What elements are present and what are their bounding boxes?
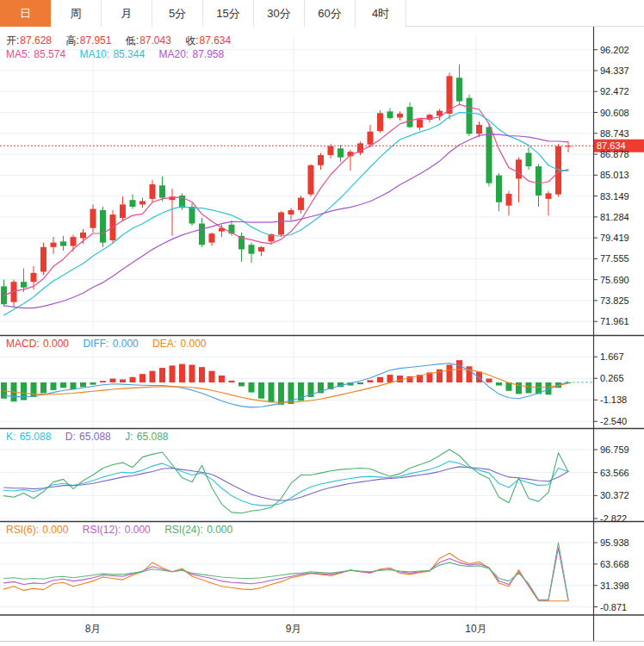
svg-text:-2.822: -2.822 xyxy=(600,513,627,524)
ma20-value: MA20: 87.958 xyxy=(158,48,224,60)
svg-text:-1.138: -1.138 xyxy=(600,394,627,405)
rsi24-value: RSI(24): 0.000 xyxy=(164,524,232,536)
svg-text:96.759: 96.759 xyxy=(600,444,629,455)
rsi-legend: RSI(6): 0.000 RSI(12): 0.000 RSI(24): 0.… xyxy=(6,524,244,536)
svg-text:75.690: 75.690 xyxy=(600,275,629,285)
svg-text:83.149: 83.149 xyxy=(600,191,629,202)
rsi24-line xyxy=(4,543,569,599)
j-line xyxy=(4,450,569,513)
svg-text:1.667: 1.667 xyxy=(600,351,624,362)
panel-separators xyxy=(0,27,644,642)
ma10-line xyxy=(4,113,569,315)
macd-histogram xyxy=(1,360,572,405)
low-value: 低:87.043 xyxy=(126,34,171,47)
kdj-legend: K: 65.088 D: 65.088 J: 65.088 xyxy=(6,431,180,443)
svg-text:96.202: 96.202 xyxy=(600,45,629,55)
high-value: 高:87.951 xyxy=(65,34,111,47)
kline-app: 日 周 月 5分 15分 30分 60分 4时 87.63496.20294.3… xyxy=(0,0,644,646)
svg-text:73.825: 73.825 xyxy=(600,295,629,306)
svg-text:-2.540: -2.540 xyxy=(600,416,627,426)
d-value: D: 65.088 xyxy=(65,431,111,443)
svg-text:63.566: 63.566 xyxy=(600,468,629,478)
svg-text:71.961: 71.961 xyxy=(600,316,629,326)
svg-text:79.419: 79.419 xyxy=(600,233,629,243)
svg-text:8月: 8月 xyxy=(85,623,102,635)
svg-text:30.372: 30.372 xyxy=(600,490,629,500)
svg-text:0.265: 0.265 xyxy=(600,373,624,383)
svg-text:81.284: 81.284 xyxy=(600,212,629,222)
svg-text:88.743: 88.743 xyxy=(600,128,629,139)
month-labels: 8月9月10月 xyxy=(85,623,487,635)
ma5-value: MA5: 85.574 xyxy=(6,48,65,60)
svg-text:10月: 10月 xyxy=(465,623,486,635)
rsi6-value: RSI(6): 0.000 xyxy=(6,524,68,536)
ohlc-legend: 开:87.628 高:87.951 低:87.043 收:87.634 xyxy=(6,34,242,48)
svg-text:90.608: 90.608 xyxy=(600,108,629,118)
svg-text:86.878: 86.878 xyxy=(600,149,629,159)
macd-legend: MACD: 0.000 DIFF: 0.000 DEA: 0.000 xyxy=(6,338,218,350)
ma10-value: MA10: 85.344 xyxy=(79,48,145,60)
k-value: K: 65.088 xyxy=(6,431,51,443)
svg-text:85.013: 85.013 xyxy=(600,170,629,180)
svg-text:-0.871: -0.871 xyxy=(600,602,627,612)
candles-layer xyxy=(1,65,572,308)
macd-value: MACD: 0.000 xyxy=(6,338,69,350)
svg-text:9月: 9月 xyxy=(286,623,302,635)
svg-text:92.472: 92.472 xyxy=(600,86,629,96)
svg-text:31.398: 31.398 xyxy=(600,581,629,591)
y-axis-labels: 96.20294.33792.47290.60888.74386.87885.0… xyxy=(593,45,629,612)
open-value: 开:87.628 xyxy=(6,34,52,47)
rsi12-value: RSI(12): 0.000 xyxy=(83,524,151,536)
svg-text:77.555: 77.555 xyxy=(600,253,629,264)
svg-text:95.938: 95.938 xyxy=(600,537,629,548)
ma-legend: MA5: 85.574 MA10: 85.344 MA20: 87.958 xyxy=(6,48,235,60)
k-line xyxy=(4,462,569,506)
svg-text:63.668: 63.668 xyxy=(600,559,629,569)
close-value: 收:87.634 xyxy=(185,34,231,47)
svg-text:94.337: 94.337 xyxy=(600,65,629,76)
chart-canvas[interactable]: 87.63496.20294.33792.47290.60888.74386.8… xyxy=(0,0,644,646)
ma20-line xyxy=(4,134,569,308)
diff-line xyxy=(4,363,569,407)
j-value: J: 65.088 xyxy=(125,431,168,443)
dea-value: DEA: 0.000 xyxy=(152,338,206,350)
dea-line xyxy=(4,370,569,402)
diff-value: DIFF: 0.000 xyxy=(83,338,138,350)
